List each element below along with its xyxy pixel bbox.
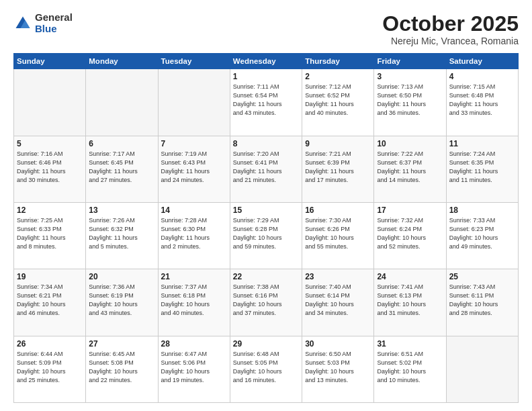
day-header-thursday: Thursday — [302, 54, 374, 69]
day-info: Sunrise: 7:26 AM Sunset: 6:32 PM Dayligh… — [89, 216, 154, 251]
day-number: 25 — [449, 272, 515, 281]
day-number: 11 — [449, 139, 515, 148]
calendar-week-row: 12Sunrise: 7:25 AM Sunset: 6:33 PM Dayli… — [14, 202, 519, 269]
day-number: 4 — [449, 72, 515, 81]
day-info: Sunrise: 7:36 AM Sunset: 6:19 PM Dayligh… — [89, 283, 154, 318]
calendar-cell — [158, 69, 230, 136]
day-header-saturday: Saturday — [446, 54, 518, 69]
calendar-table: SundayMondayTuesdayWednesdayThursdayFrid… — [13, 53, 519, 403]
calendar-cell: 24Sunrise: 7:41 AM Sunset: 6:13 PM Dayli… — [374, 269, 446, 336]
day-number: 8 — [233, 139, 299, 148]
day-number: 18 — [449, 205, 515, 215]
day-number: 6 — [89, 139, 154, 148]
day-info: Sunrise: 7:12 AM Sunset: 6:52 PM Dayligh… — [305, 83, 371, 118]
calendar-cell: 22Sunrise: 7:38 AM Sunset: 6:16 PM Dayli… — [230, 269, 302, 336]
day-number: 14 — [161, 205, 227, 215]
calendar-cell: 17Sunrise: 7:32 AM Sunset: 6:24 PM Dayli… — [374, 202, 446, 269]
day-number: 31 — [377, 339, 443, 349]
day-number: 2 — [305, 72, 371, 81]
day-number: 13 — [89, 205, 154, 215]
calendar-cell: 9Sunrise: 7:21 AM Sunset: 6:39 PM Daylig… — [302, 136, 374, 202]
day-info: Sunrise: 7:41 AM Sunset: 6:13 PM Dayligh… — [377, 283, 443, 318]
calendar-cell: 13Sunrise: 7:26 AM Sunset: 6:32 PM Dayli… — [86, 202, 158, 269]
day-number: 16 — [305, 205, 371, 215]
calendar-cell: 10Sunrise: 7:22 AM Sunset: 6:37 PM Dayli… — [374, 136, 446, 202]
day-info: Sunrise: 7:19 AM Sunset: 6:43 PM Dayligh… — [161, 150, 227, 185]
day-info: Sunrise: 7:32 AM Sunset: 6:24 PM Dayligh… — [377, 216, 443, 251]
page: General Blue October 2025 Nereju Mic, Vr… — [0, 0, 532, 411]
day-info: Sunrise: 7:30 AM Sunset: 6:26 PM Dayligh… — [305, 216, 371, 251]
day-info: Sunrise: 7:38 AM Sunset: 6:16 PM Dayligh… — [233, 283, 299, 318]
calendar-subtitle: Nereju Mic, Vrancea, Romania — [382, 36, 519, 46]
logo-blue-text: Blue — [35, 24, 73, 35]
header: General Blue October 2025 Nereju Mic, Vr… — [13, 12, 519, 46]
day-info: Sunrise: 7:17 AM Sunset: 6:45 PM Dayligh… — [89, 150, 154, 185]
day-header-wednesday: Wednesday — [230, 54, 302, 69]
calendar-cell: 23Sunrise: 7:40 AM Sunset: 6:14 PM Dayli… — [302, 269, 374, 336]
day-info: Sunrise: 7:16 AM Sunset: 6:46 PM Dayligh… — [17, 150, 83, 185]
calendar-cell: 21Sunrise: 7:37 AM Sunset: 6:18 PM Dayli… — [158, 269, 230, 336]
calendar-cell: 25Sunrise: 7:43 AM Sunset: 6:11 PM Dayli… — [446, 269, 518, 336]
calendar-cell — [86, 69, 158, 136]
day-number: 30 — [305, 339, 371, 349]
calendar-cell: 8Sunrise: 7:20 AM Sunset: 6:41 PM Daylig… — [230, 136, 302, 202]
calendar-cell: 3Sunrise: 7:13 AM Sunset: 6:50 PM Daylig… — [374, 69, 446, 136]
calendar-cell: 5Sunrise: 7:16 AM Sunset: 6:46 PM Daylig… — [14, 136, 86, 202]
day-info: Sunrise: 7:37 AM Sunset: 6:18 PM Dayligh… — [161, 283, 227, 318]
day-header-friday: Friday — [374, 54, 446, 69]
day-info: Sunrise: 6:47 AM Sunset: 5:06 PM Dayligh… — [161, 350, 227, 385]
day-info: Sunrise: 7:43 AM Sunset: 6:11 PM Dayligh… — [449, 283, 515, 318]
day-info: Sunrise: 7:29 AM Sunset: 6:28 PM Dayligh… — [233, 216, 299, 251]
day-number: 3 — [377, 72, 443, 81]
day-number: 21 — [161, 272, 227, 281]
logo-general-text: General — [35, 12, 73, 24]
day-info: Sunrise: 7:25 AM Sunset: 6:33 PM Dayligh… — [17, 216, 83, 251]
day-info: Sunrise: 7:11 AM Sunset: 6:54 PM Dayligh… — [233, 83, 299, 118]
day-header-tuesday: Tuesday — [158, 54, 230, 69]
calendar-cell: 12Sunrise: 7:25 AM Sunset: 6:33 PM Dayli… — [14, 202, 86, 269]
day-header-sunday: Sunday — [14, 54, 86, 69]
calendar-week-row: 19Sunrise: 7:34 AM Sunset: 6:21 PM Dayli… — [14, 269, 519, 336]
calendar-week-row: 1Sunrise: 7:11 AM Sunset: 6:54 PM Daylig… — [14, 69, 519, 136]
logo-text: General Blue — [35, 12, 73, 34]
day-info: Sunrise: 6:48 AM Sunset: 5:05 PM Dayligh… — [233, 350, 299, 385]
calendar-cell: 28Sunrise: 6:47 AM Sunset: 5:06 PM Dayli… — [158, 336, 230, 402]
day-number: 1 — [233, 72, 299, 81]
calendar-cell: 6Sunrise: 7:17 AM Sunset: 6:45 PM Daylig… — [86, 136, 158, 202]
day-number: 24 — [377, 272, 443, 281]
day-info: Sunrise: 7:22 AM Sunset: 6:37 PM Dayligh… — [377, 150, 443, 185]
calendar-cell: 14Sunrise: 7:28 AM Sunset: 6:30 PM Dayli… — [158, 202, 230, 269]
day-info: Sunrise: 7:28 AM Sunset: 6:30 PM Dayligh… — [161, 216, 227, 251]
calendar-cell: 19Sunrise: 7:34 AM Sunset: 6:21 PM Dayli… — [14, 269, 86, 336]
calendar-cell: 16Sunrise: 7:30 AM Sunset: 6:26 PM Dayli… — [302, 202, 374, 269]
day-header-monday: Monday — [86, 54, 158, 69]
day-number: 12 — [17, 205, 83, 215]
day-number: 28 — [161, 339, 227, 349]
day-info: Sunrise: 7:20 AM Sunset: 6:41 PM Dayligh… — [233, 150, 299, 185]
day-number: 17 — [377, 205, 443, 215]
day-number: 5 — [17, 139, 83, 148]
calendar-cell — [446, 336, 518, 402]
calendar-cell: 31Sunrise: 6:51 AM Sunset: 5:02 PM Dayli… — [374, 336, 446, 402]
calendar-cell — [14, 69, 86, 136]
day-info: Sunrise: 7:24 AM Sunset: 6:35 PM Dayligh… — [449, 150, 515, 185]
calendar-cell: 15Sunrise: 7:29 AM Sunset: 6:28 PM Dayli… — [230, 202, 302, 269]
calendar-cell: 26Sunrise: 6:44 AM Sunset: 5:09 PM Dayli… — [14, 336, 86, 402]
day-info: Sunrise: 6:51 AM Sunset: 5:02 PM Dayligh… — [377, 350, 443, 385]
day-info: Sunrise: 7:13 AM Sunset: 6:50 PM Dayligh… — [377, 83, 443, 118]
day-info: Sunrise: 7:34 AM Sunset: 6:21 PM Dayligh… — [17, 283, 83, 318]
calendar-week-row: 26Sunrise: 6:44 AM Sunset: 5:09 PM Dayli… — [14, 336, 519, 402]
day-info: Sunrise: 7:40 AM Sunset: 6:14 PM Dayligh… — [305, 283, 371, 318]
day-info: Sunrise: 6:45 AM Sunset: 5:08 PM Dayligh… — [89, 350, 154, 385]
calendar-cell: 11Sunrise: 7:24 AM Sunset: 6:35 PM Dayli… — [446, 136, 518, 202]
calendar-cell: 2Sunrise: 7:12 AM Sunset: 6:52 PM Daylig… — [302, 69, 374, 136]
day-number: 26 — [17, 339, 83, 349]
day-number: 7 — [161, 139, 227, 148]
logo: General Blue — [13, 12, 73, 34]
calendar-week-row: 5Sunrise: 7:16 AM Sunset: 6:46 PM Daylig… — [14, 136, 519, 202]
day-info: Sunrise: 6:50 AM Sunset: 5:03 PM Dayligh… — [305, 350, 371, 385]
day-info: Sunrise: 6:44 AM Sunset: 5:09 PM Dayligh… — [17, 350, 83, 385]
calendar-title: October 2025 — [382, 12, 519, 36]
calendar-cell: 18Sunrise: 7:33 AM Sunset: 6:23 PM Dayli… — [446, 202, 518, 269]
logo-icon — [13, 14, 32, 33]
